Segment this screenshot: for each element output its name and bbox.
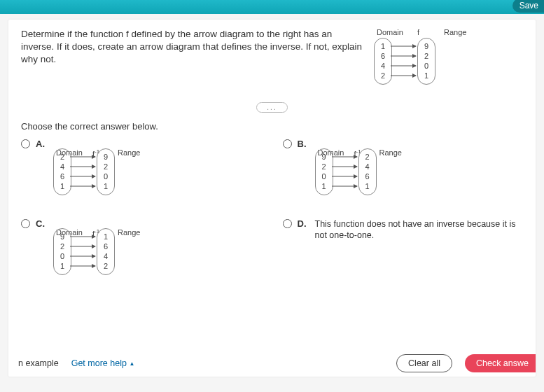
v: 4 [60, 163, 64, 171]
v: 1 [104, 233, 108, 241]
v: 2 [60, 153, 64, 161]
v: 2 [104, 163, 108, 171]
range-val: 1 [424, 72, 428, 80]
choice-d[interactable]: D. This function does not have an invers… [283, 218, 524, 286]
choice-c-letter: C. [36, 218, 45, 229]
question-diagram: Domain f Range 1 6 4 2 9 2 0 1 [374, 28, 479, 91]
v: 4 [104, 253, 108, 260]
v: 4 [365, 163, 369, 171]
radio-b[interactable] [283, 139, 292, 148]
range-oval: 1642 [97, 228, 115, 275]
v: 1 [60, 262, 64, 270]
domain-val: 2 [381, 72, 385, 80]
help-link[interactable]: Get more help ▲ [71, 358, 135, 368]
v: 0 [321, 173, 326, 181]
footer: n example Get more help ▲ Clear all Chec… [8, 354, 536, 372]
range-oval: 9201 [97, 148, 115, 195]
v: 6 [60, 173, 64, 181]
range-val: 2 [424, 52, 428, 60]
range-val: 0 [424, 62, 428, 70]
v: 9 [104, 153, 108, 161]
range-val: 9 [424, 43, 428, 50]
f-label: f [417, 28, 419, 36]
domain-label: Domain [377, 28, 403, 36]
v: 1 [365, 183, 369, 190]
top-bar: Save [0, 0, 544, 14]
range-label: Range [444, 28, 466, 36]
v: 9 [60, 233, 64, 241]
v: 6 [104, 243, 108, 251]
choice-d-text: This function does not have an inverse b… [315, 218, 524, 241]
clear-all-button[interactable]: Clear all [396, 354, 452, 372]
v: 2 [365, 153, 369, 161]
choice-a[interactable]: A. Domain f-1 Range 2461 9201 [21, 139, 262, 206]
v: 1 [60, 183, 64, 190]
domain-oval: 9201 [53, 228, 71, 275]
choice-a-letter: A. [36, 139, 45, 149]
domain-val: 1 [381, 43, 385, 50]
check-answer-button[interactable]: Check answe [465, 354, 536, 372]
choices-grid: A. Domain f-1 Range 2461 9201 [21, 139, 523, 286]
v: 2 [60, 243, 64, 251]
domain-oval: 9201 [315, 148, 333, 195]
choice-c[interactable]: C. Domain f-1 Range 9201 1642 [21, 218, 262, 286]
separator-pill[interactable]: ... [256, 102, 287, 113]
instruction-text: Choose the correct answer below. [21, 121, 523, 132]
range-oval: 2461 [358, 148, 377, 195]
domain-oval: 2461 [53, 148, 71, 195]
v: 2 [104, 262, 108, 270]
radio-c[interactable] [21, 219, 30, 228]
choice-d-letter: D. [298, 218, 307, 229]
v: 1 [321, 183, 326, 190]
domain-val: 4 [381, 62, 385, 70]
example-link[interactable]: n example [18, 358, 59, 368]
v: 2 [321, 163, 326, 171]
v: 9 [321, 153, 326, 161]
radio-d[interactable] [283, 219, 292, 228]
v: 0 [104, 173, 108, 181]
choice-b[interactable]: B. Domain f-1 Range 9201 2461 [283, 139, 524, 206]
v: 1 [104, 183, 108, 190]
question-card: Determine if the function f defined by t… [8, 20, 536, 377]
v: 0 [60, 253, 64, 260]
radio-a[interactable] [21, 139, 30, 148]
range-oval: 9 2 0 1 [417, 38, 435, 85]
v: 6 [365, 173, 369, 181]
domain-oval: 1 6 4 2 [374, 38, 392, 85]
caret-up-icon: ▲ [129, 360, 134, 367]
save-button[interactable]: Save [512, 0, 544, 13]
question-text: Determine if the function f defined by t… [21, 28, 364, 66]
separator: ... [21, 102, 523, 113]
domain-val: 6 [381, 52, 385, 60]
choice-b-letter: B. [298, 139, 307, 149]
